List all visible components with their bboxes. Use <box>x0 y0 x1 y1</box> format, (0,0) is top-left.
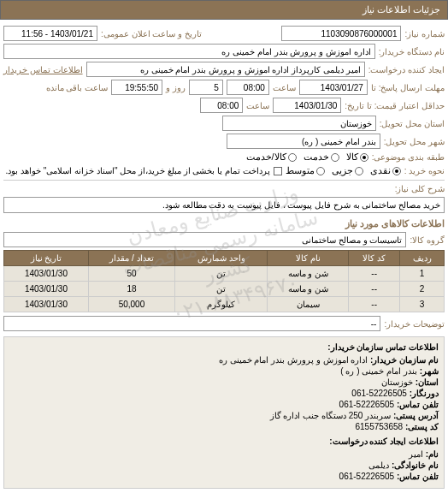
treasury-checkbox[interactable] <box>274 167 282 175</box>
radio-icon <box>288 153 297 162</box>
addr-label: آدرس پستی: <box>393 411 439 420</box>
deadline-label: مهلت ارسال پاسخ: تا <box>371 83 445 92</box>
buyer-contact-title: اطلاعات تماس سازمان خریدار: <box>9 342 439 352</box>
payment-note: پرداخت تمام یا بخشی از مبلغ خرید،از محل … <box>5 166 269 175</box>
content-area: وزارت صنایع ومعادن سامانه رسمی مناقصات ک… <box>0 20 448 492</box>
fprovince-label: استان: <box>416 377 439 387</box>
province-field: خوزستان <box>222 116 376 131</box>
th-code: کد کالا <box>349 251 400 266</box>
category-radio-goods[interactable]: کالا <box>346 151 368 163</box>
city-label: شهر محل تحویل: <box>384 137 445 146</box>
pub-date-field: 1403/01/21 - 11:56 <box>3 26 97 41</box>
req-no-field: 1103090876000001 <box>281 26 401 41</box>
table-cell: 1403/01/30 <box>4 297 89 312</box>
buyer-contact-link[interactable]: اطلاعات تماس خریدار <box>3 65 83 74</box>
fcity-value: بندر امام خمینی ( ره ) <box>340 366 417 376</box>
table-cell: تن <box>174 266 267 282</box>
fax-value: 52226505-061 <box>351 389 407 398</box>
table-cell: سیمان <box>268 297 349 312</box>
th-name: نام کالا <box>268 251 349 266</box>
category-radio-both[interactable]: کالا/خدمت <box>246 151 297 163</box>
zip-value: 6155753658 <box>355 422 403 431</box>
payment-radio-cash[interactable]: نقدی <box>370 165 401 176</box>
table-row: 1--شن و ماسهتن501403/01/30 <box>4 266 445 282</box>
remaining-days-label: روز و <box>166 83 186 92</box>
th-row: ردیف <box>400 251 445 266</box>
header-bar: جزئیات اطلاعات نیاز <box>0 0 448 20</box>
deadline-time-field: 08:00 <box>227 80 269 95</box>
category-radio-group: کالا خدمت کالا/خدمت <box>246 151 368 163</box>
fname-value: امیر <box>409 449 423 459</box>
table-cell: 18 <box>88 282 174 297</box>
zip-label: کد پستی: <box>405 422 439 431</box>
requester-contact-title: اطلاعات ایجاد کننده درخواست: <box>9 437 439 446</box>
fax-label: دورنگار: <box>410 389 439 398</box>
th-qty: تعداد / مقدار <box>88 251 174 266</box>
fprovince-value: خوزستان <box>381 377 413 387</box>
desc-label: شرح کلی نیاز: <box>395 184 445 193</box>
fphone-value: 52226505-061 <box>339 400 395 409</box>
requester-field: امیر دیلمی کارپرداز اداره اموزش و پرورش … <box>86 62 365 77</box>
header-title: جزئیات اطلاعات نیاز <box>363 4 440 15</box>
table-cell: 1 <box>400 266 445 282</box>
city-field: بندر امام خمینی ( ره) <box>227 134 380 149</box>
table-row: 2--شن و ماسهتن181403/01/30 <box>4 282 445 297</box>
table-cell: 50 <box>88 266 174 282</box>
goods-table: ردیف کد کالا نام کالا واحد شمارش تعداد /… <box>3 250 445 312</box>
fname-label: نام: <box>426 449 439 459</box>
desc-field: خرید مصالح ساختمانی به شرح فایل پیوست ، … <box>3 197 445 213</box>
table-cell: شن و ماسه <box>268 266 349 282</box>
table-cell: 2 <box>400 282 445 297</box>
cphone-value: 52226505-061 <box>339 472 395 481</box>
table-cell: 1403/01/30 <box>4 282 89 297</box>
radio-icon <box>360 153 368 162</box>
remaining-days-field: 5 <box>189 80 223 95</box>
payment-radio-medium[interactable]: متوسط <box>286 165 325 176</box>
requester-label: ایجاد کننده درخواست: <box>368 65 445 74</box>
table-cell: کیلوگرم <box>174 297 267 312</box>
table-cell: -- <box>349 266 400 282</box>
validity-date-field: 1403/01/30 <box>273 98 341 113</box>
table-cell: 3 <box>400 297 445 312</box>
org-label: نام سازمان خریدار: <box>370 355 439 365</box>
category-label: طبقه بندی موضوعی: <box>372 152 445 162</box>
buyer-notes-label: توضیحات خریدار: <box>384 319 445 329</box>
table-cell: تن <box>174 282 267 297</box>
th-date: تاریخ نیاز <box>4 251 89 266</box>
fcity-label: شهر: <box>420 366 439 376</box>
radio-icon <box>331 153 339 162</box>
province-label: استان محل تحویل: <box>380 119 445 128</box>
table-cell: شن و ماسه <box>268 282 349 297</box>
table-row: 3--سیمانکیلوگرم50,0001403/01/30 <box>4 297 445 312</box>
remaining-time-field: 19:55:50 <box>111 80 162 95</box>
table-cell: -- <box>349 282 400 297</box>
goods-section-title: اطلاعات کالاهای مورد نیاز <box>3 218 445 229</box>
buyer-notes-field: -- <box>3 316 380 331</box>
buyer-org-label: نام دستگاه خریدار: <box>379 47 445 56</box>
deadline-time-label: ساعت <box>273 83 296 92</box>
radio-icon <box>392 167 401 175</box>
validity-time-label: ساعت <box>246 101 269 110</box>
cphone-label: تلفن تماس: <box>397 472 439 481</box>
addr-value: سربندر 250 دستگاه جنب اداره گاز <box>270 411 392 420</box>
lname-value: دیلمی <box>368 460 389 470</box>
deadline-date-field: 1403/01/27 <box>299 80 368 95</box>
table-cell: -- <box>349 297 400 312</box>
payment-radio-group: نقدی جزیی متوسط <box>286 165 401 176</box>
org-value: اداره اموزش و پرورش بندر امام خمینی ره <box>219 355 368 365</box>
footer-contact-section: اطلاعات تماس سازمان خریدار: نام سازمان خ… <box>3 336 445 489</box>
buyer-org-field: اداره اموزش و پرورش بندر امام خمینی ره <box>3 44 375 59</box>
table-cell: 1403/01/30 <box>4 266 89 282</box>
pub-date-label: تاریخ و ساعت اعلان عمومی: <box>101 29 202 39</box>
fphone-label: تلفن تماس: <box>397 400 439 409</box>
remaining-time-label: ساعت باقی مانده <box>46 83 109 92</box>
table-header-row: ردیف کد کالا نام کالا واحد شمارش تعداد /… <box>4 251 445 266</box>
radio-icon <box>316 167 325 175</box>
category-radio-service[interactable]: خدمت <box>304 151 339 163</box>
req-no-label: شماره نیاز: <box>404 29 445 39</box>
lname-label: نام خانوادگی: <box>392 460 439 470</box>
goods-group-field: تاسیسات و مصالح ساختمانی <box>3 232 406 247</box>
th-unit: واحد شمارش <box>174 251 267 266</box>
payment-radio-partial[interactable]: جزیی <box>332 165 363 176</box>
radio-icon <box>355 167 363 175</box>
